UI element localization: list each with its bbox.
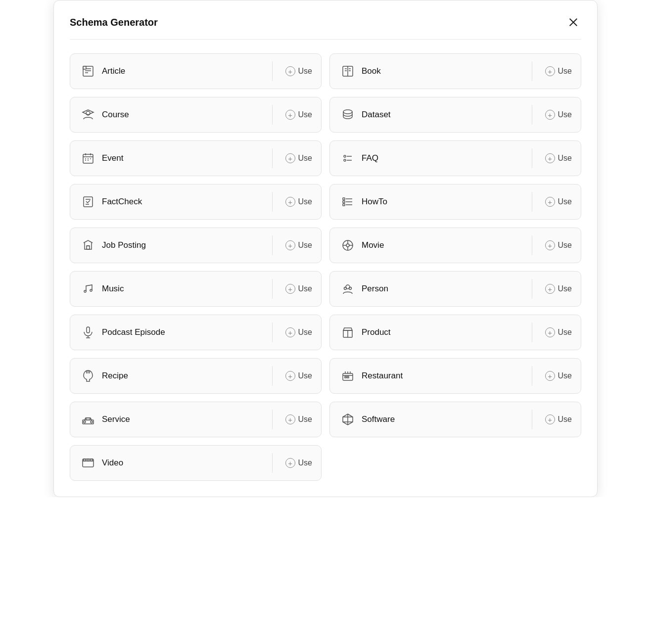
card-divider-service bbox=[272, 410, 273, 429]
card-event[interactable]: Event + Use bbox=[70, 140, 322, 176]
jobposting-icon bbox=[79, 236, 97, 254]
card-movie[interactable]: Movie + Use bbox=[329, 228, 581, 263]
card-music[interactable]: Music + Use bbox=[70, 271, 322, 307]
use-label-person: Use bbox=[558, 284, 572, 293]
card-divider-video bbox=[272, 453, 273, 473]
card-video[interactable]: Video + Use bbox=[70, 445, 322, 481]
card-divider-factcheck bbox=[272, 192, 273, 212]
use-label-restaurant: Use bbox=[558, 371, 572, 380]
use-label-product: Use bbox=[558, 328, 572, 337]
svg-rect-66 bbox=[83, 459, 93, 467]
music-icon bbox=[79, 280, 97, 298]
svg-rect-31 bbox=[343, 198, 345, 200]
card-label-recipe: Recipe bbox=[102, 371, 268, 381]
card-jobposting[interactable]: Job Posting + Use bbox=[70, 228, 322, 263]
use-label-video: Use bbox=[298, 459, 312, 467]
use-label-jobposting: Use bbox=[298, 241, 312, 250]
card-faq[interactable]: FAQ + Use bbox=[329, 140, 581, 176]
card-product[interactable]: Product + Use bbox=[329, 315, 581, 350]
use-label-service: Use bbox=[298, 415, 312, 424]
card-label-dataset: Dataset bbox=[362, 110, 528, 120]
use-plus-icon-movie: + bbox=[545, 240, 555, 250]
use-button-restaurant[interactable]: + Use bbox=[536, 359, 581, 393]
use-plus-icon-book: + bbox=[545, 66, 555, 76]
use-button-product[interactable]: + Use bbox=[536, 315, 581, 350]
card-divider-music bbox=[272, 279, 273, 299]
schema-grid: Article + Use Book + Use Course + Use Da… bbox=[70, 53, 581, 481]
use-button-dataset[interactable]: + Use bbox=[536, 97, 581, 132]
close-button[interactable] bbox=[565, 14, 581, 30]
card-factcheck[interactable]: FactCheck + Use bbox=[70, 184, 322, 220]
use-plus-icon-restaurant: + bbox=[545, 371, 555, 381]
card-course[interactable]: Course + Use bbox=[70, 97, 322, 133]
card-book[interactable]: Book + Use bbox=[329, 53, 581, 89]
use-plus-icon-product: + bbox=[545, 327, 555, 337]
use-label-factcheck: Use bbox=[298, 197, 312, 206]
card-dataset[interactable]: Dataset + Use bbox=[329, 97, 581, 133]
card-label-service: Service bbox=[102, 414, 268, 424]
svg-rect-62 bbox=[83, 420, 93, 424]
use-label-course: Use bbox=[298, 110, 312, 119]
card-label-product: Product bbox=[362, 327, 528, 337]
card-podcastepisode[interactable]: Podcast Episode + Use bbox=[70, 315, 322, 350]
use-button-event[interactable]: + Use bbox=[277, 141, 321, 176]
use-button-howto[interactable]: + Use bbox=[536, 184, 581, 219]
use-button-jobposting[interactable]: + Use bbox=[277, 228, 321, 263]
use-button-article[interactable]: + Use bbox=[277, 54, 321, 89]
svg-rect-61 bbox=[347, 376, 349, 378]
card-label-course: Course bbox=[102, 110, 268, 120]
card-divider-movie bbox=[532, 235, 532, 255]
use-plus-icon-event: + bbox=[285, 153, 295, 163]
card-service[interactable]: Service + Use bbox=[70, 402, 322, 437]
card-person[interactable]: Person + Use bbox=[329, 271, 581, 307]
svg-rect-65 bbox=[86, 418, 90, 420]
svg-rect-6 bbox=[83, 66, 86, 69]
use-button-factcheck[interactable]: + Use bbox=[277, 184, 321, 219]
card-recipe[interactable]: Recipe + Use bbox=[70, 358, 322, 394]
card-label-factcheck: FactCheck bbox=[102, 197, 268, 207]
card-restaurant[interactable]: Restaurant + Use bbox=[329, 358, 581, 394]
card-howto[interactable]: HowTo + Use bbox=[329, 184, 581, 220]
use-button-person[interactable]: + Use bbox=[536, 272, 581, 306]
use-plus-icon-video: + bbox=[285, 458, 295, 468]
use-button-faq[interactable]: + Use bbox=[536, 141, 581, 176]
use-plus-icon-factcheck: + bbox=[285, 197, 295, 207]
use-button-course[interactable]: + Use bbox=[277, 97, 321, 132]
use-plus-icon-howto: + bbox=[545, 197, 555, 207]
card-software[interactable]: Software + Use bbox=[329, 402, 581, 437]
svg-rect-50 bbox=[87, 327, 90, 333]
howto-icon bbox=[339, 193, 357, 211]
svg-point-14 bbox=[343, 110, 352, 114]
card-divider-howto bbox=[532, 192, 532, 212]
movie-icon bbox=[339, 236, 357, 254]
use-button-movie[interactable]: + Use bbox=[536, 228, 581, 263]
use-plus-icon-jobposting: + bbox=[285, 240, 295, 250]
use-button-recipe[interactable]: + Use bbox=[277, 359, 321, 393]
svg-rect-68 bbox=[84, 459, 86, 461]
card-divider-product bbox=[532, 322, 532, 342]
use-label-recipe: Use bbox=[298, 371, 312, 380]
person-icon bbox=[339, 280, 357, 298]
use-button-podcastepisode[interactable]: + Use bbox=[277, 315, 321, 350]
use-label-article: Use bbox=[298, 67, 312, 76]
use-button-service[interactable]: + Use bbox=[277, 402, 321, 437]
svg-point-63 bbox=[84, 421, 86, 423]
product-icon bbox=[339, 323, 357, 341]
use-button-software[interactable]: + Use bbox=[536, 402, 581, 437]
use-button-video[interactable]: + Use bbox=[277, 446, 321, 480]
close-icon bbox=[568, 17, 579, 28]
card-article[interactable]: Article + Use bbox=[70, 53, 322, 89]
software-icon bbox=[339, 411, 357, 428]
card-label-video: Video bbox=[102, 458, 268, 468]
event-icon bbox=[79, 149, 97, 167]
card-divider-event bbox=[272, 148, 273, 168]
card-divider-jobposting bbox=[272, 235, 273, 255]
card-divider-book bbox=[532, 61, 532, 81]
card-divider-podcastepisode bbox=[272, 322, 273, 342]
use-button-music[interactable]: + Use bbox=[277, 272, 321, 306]
use-label-music: Use bbox=[298, 284, 312, 293]
dataset-icon bbox=[339, 106, 357, 124]
use-button-book[interactable]: + Use bbox=[536, 54, 581, 89]
svg-rect-58 bbox=[343, 373, 353, 380]
schema-generator-modal: Schema Generator Article + Use Book + Us… bbox=[53, 0, 598, 497]
